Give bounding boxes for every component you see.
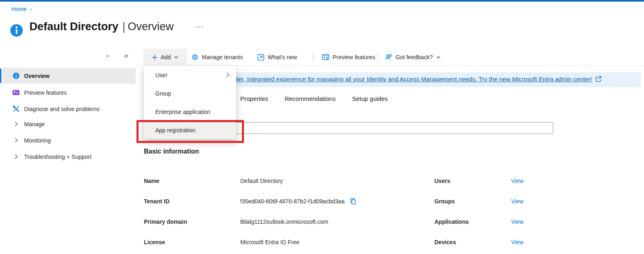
row-label: Tenant ID [144, 198, 240, 205]
quick-links-grid: Users View Groups View Applications View… [434, 171, 565, 252]
quick-link-row-groups: Groups View [434, 191, 565, 212]
tools-icon [12, 105, 20, 113]
toolbar-separator [313, 53, 313, 62]
selected-indicator [0, 69, 1, 83]
menu-item-label: Enterprise application [155, 109, 210, 115]
sidebar-item-label: Troubleshooting + Support [24, 154, 92, 160]
title-divider: | [123, 20, 125, 33]
tab-recommendations[interactable]: Recommendations [284, 95, 335, 102]
got-feedback-button[interactable]: Got feedback? [385, 49, 441, 66]
preview-sparkle-icon [12, 89, 20, 96]
row-label: Devices [434, 239, 511, 245]
menu-item-app-registration[interactable]: App registration [144, 121, 236, 139]
gear-icon [191, 53, 199, 61]
preview-features-button[interactable]: Preview features [322, 49, 375, 66]
open-in-new-icon [257, 54, 264, 61]
directory-name: Default Directory [29, 20, 119, 33]
quick-link-row-applications: Applications View [434, 212, 565, 232]
toolbar-separator [378, 53, 378, 62]
quick-link-row-devices: Devices View [434, 232, 565, 252]
chevron-down-icon [174, 55, 179, 60]
preview-features-icon [322, 53, 329, 61]
preview-features-label: Preview features [333, 54, 375, 60]
sidebar-item-monitoring[interactable]: Monitoring [0, 132, 136, 148]
tenant-id-value: f35ed040-606f-4870-87b2-f1d09acbd3aa [240, 198, 344, 205]
sidebar-item-diagnose[interactable]: Diagnose and solve problems [0, 101, 136, 117]
row-label: License [144, 239, 240, 245]
manage-tenants-label: Manage tenants [202, 54, 243, 60]
sidebar-item-label: Manage [24, 121, 45, 127]
azure-portal-page: Home › Default Directory|Overview ··· × … [0, 0, 644, 254]
external-link-icon [595, 76, 602, 82]
breadcrumb: Home › [11, 6, 32, 12]
feedback-person-icon [385, 53, 392, 61]
breadcrumb-home-link[interactable]: Home [11, 6, 27, 12]
entra-banner-link[interactable]: pler, integrated experience for managing… [234, 76, 602, 82]
menu-item-group[interactable]: Group [144, 84, 236, 102]
row-value: Microsoft Entra ID Free [240, 239, 300, 245]
more-actions-icon[interactable]: ··· [195, 23, 204, 30]
banner-link-text: pler, integrated experience for managing… [234, 76, 592, 82]
tab-setup-guides[interactable]: Setup guides [352, 95, 388, 102]
add-dropdown-menu: User Group Enterprise application App re… [144, 66, 236, 139]
sidebar-item-label: Overview [24, 73, 49, 79]
quick-link-row-users: Users View [434, 171, 565, 191]
sidebar-item-label: Preview features [24, 89, 67, 96]
view-applications-link[interactable]: View [511, 218, 523, 225]
directory-info-icon [10, 24, 23, 37]
page-title: Default Directory|Overview [29, 20, 174, 33]
row-value: f35ed040-606f-4870-87b2-f1d09acbd3aa [240, 198, 357, 205]
manage-tenants-button[interactable]: Manage tenants [191, 49, 243, 66]
row-value: Default Directory [240, 178, 283, 184]
row-label: Primary domain [144, 218, 240, 225]
breadcrumb-chevron-icon: › [30, 6, 31, 12]
copy-icon[interactable] [349, 198, 357, 205]
row-value: Bilalg1112outlook.onmicrosoft.com [240, 218, 328, 225]
chevron-right-icon [12, 120, 20, 128]
menu-item-label: Group [155, 90, 171, 97]
view-users-link[interactable]: View [511, 178, 523, 184]
add-button-label: Add [161, 54, 171, 60]
sidebar-item-preview-features[interactable]: Preview features [0, 85, 136, 100]
info-row-primary-domain: Primary domain Bilalg1112outlook.onmicro… [144, 212, 414, 232]
basic-information-heading: Basic information [144, 148, 199, 155]
whats-new-label: What's new [268, 54, 297, 60]
chevron-right-icon [12, 137, 20, 144]
close-icon[interactable]: × [105, 52, 110, 60]
row-label: Applications [434, 218, 511, 225]
basic-information-grid: Name Default Directory Tenant ID f35ed04… [144, 171, 414, 252]
sidebar-item-manage[interactable]: Manage [0, 116, 136, 132]
submenu-chevron-icon [225, 72, 230, 78]
overview-info-icon [12, 72, 20, 80]
chevron-right-icon [12, 153, 20, 160]
sidebar-item-troubleshooting[interactable]: Troubleshooting + Support [0, 149, 136, 165]
row-label: Groups [434, 198, 511, 205]
collapse-sidebar-icon[interactable]: « [124, 51, 128, 60]
tab-properties[interactable]: Properties [240, 95, 268, 102]
menu-item-label: User [155, 72, 168, 78]
info-row-license: License Microsoft Entra ID Free [144, 232, 414, 252]
add-button[interactable]: Add [143, 49, 187, 66]
page-section-name: Overview [128, 20, 174, 33]
menu-item-enterprise-application[interactable]: Enterprise application [144, 102, 236, 121]
view-groups-link[interactable]: View [511, 198, 523, 205]
info-row-tenant-id: Tenant ID f35ed040-606f-4870-87b2-f1d09a… [144, 191, 414, 212]
info-row-name: Name Default Directory [144, 171, 414, 191]
top-accent-bar [0, 0, 644, 2]
sidebar-item-label: Monitoring [24, 137, 51, 144]
whats-new-button[interactable]: What's new [257, 49, 297, 66]
row-label: Name [144, 178, 240, 184]
sidebar-item-overview[interactable]: Overview [0, 68, 136, 84]
view-devices-link[interactable]: View [511, 239, 523, 245]
got-feedback-label: Got feedback? [396, 54, 433, 60]
plus-icon [152, 54, 158, 60]
chevron-down-icon [436, 55, 441, 60]
menu-item-label: App registration [155, 127, 195, 134]
row-label: Users [434, 178, 511, 184]
sidebar-item-label: Diagnose and solve problems [24, 106, 99, 112]
menu-item-user[interactable]: User [144, 66, 236, 84]
overview-tabs: Properties Recommendations Setup guides [240, 95, 388, 102]
